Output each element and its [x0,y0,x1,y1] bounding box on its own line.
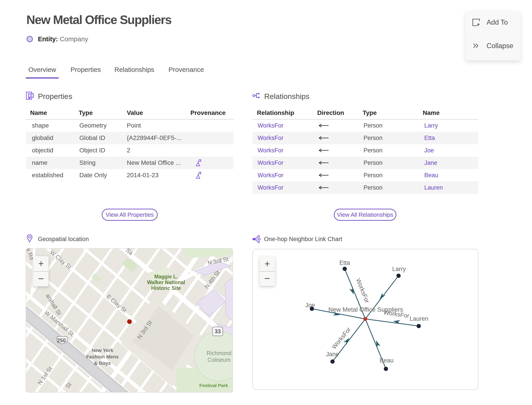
svg-text:33: 33 [215,328,221,334]
svg-text:Coliseum: Coliseum [207,357,231,363]
svg-text:WorksFor: WorksFor [383,309,410,319]
svg-text:Fashion Mens: Fashion Mens [86,354,119,359]
svg-text:Larry: Larry [392,266,406,272]
svg-text:Maggie L.: Maggie L. [154,274,178,279]
svg-text:Beau: Beau [379,357,393,364]
svg-text:& Boys: & Boys [94,360,111,366]
svg-text:250: 250 [57,338,66,343]
svg-text:Etta: Etta [339,259,350,266]
svg-text:Walker National: Walker National [147,279,185,285]
svg-text:Festival Park: Festival Park [199,383,228,388]
svg-text:New York: New York [92,348,113,353]
svg-text:Lauren: Lauren [410,315,428,322]
svg-text:Historic Site: Historic Site [151,285,181,291]
svg-text:Jane: Jane [326,351,339,358]
svg-text:Richmond: Richmond [206,350,232,356]
svg-text:Joe: Joe [305,302,315,309]
svg-text:WorksFor: WorksFor [331,326,352,350]
